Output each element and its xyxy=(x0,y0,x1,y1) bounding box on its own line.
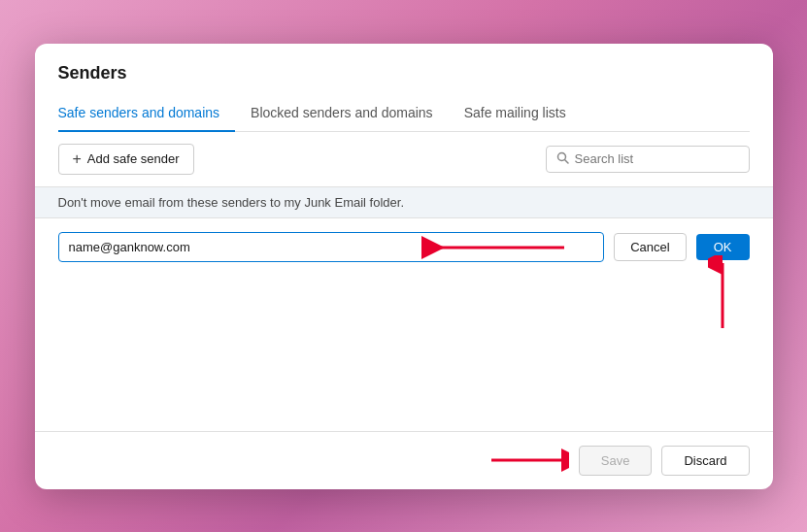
save-button-wrapper: Save xyxy=(579,446,653,476)
discard-button[interactable]: Discard xyxy=(661,446,749,476)
senders-dialog: Senders Safe senders and domains Blocked… xyxy=(35,44,773,489)
save-button[interactable]: Save xyxy=(579,446,653,476)
content-area xyxy=(35,276,773,431)
tabs-container: Safe senders and domains Blocked senders… xyxy=(58,97,750,132)
plus-icon: + xyxy=(73,150,82,168)
tab-safe-senders[interactable]: Safe senders and domains xyxy=(58,97,236,132)
search-box xyxy=(546,146,750,173)
search-input[interactable] xyxy=(575,151,739,166)
right-arrow-indicator xyxy=(491,449,569,472)
add-safe-sender-button[interactable]: + Add safe sender xyxy=(58,144,194,175)
info-bar: Don't move email from these senders to m… xyxy=(35,186,773,218)
toolbar: + Add safe sender xyxy=(35,132,773,186)
search-icon xyxy=(556,151,569,167)
ok-button-wrapper: OK xyxy=(696,234,750,260)
dialog-footer: Save Discard xyxy=(35,431,773,489)
email-entry-row: Cancel OK xyxy=(35,218,773,276)
svg-line-1 xyxy=(564,159,568,163)
cancel-button[interactable]: Cancel xyxy=(614,233,686,261)
dialog-title: Senders xyxy=(58,63,750,83)
tab-blocked-senders[interactable]: Blocked senders and domains xyxy=(235,97,449,132)
add-safe-sender-label: Add safe sender xyxy=(87,151,180,166)
ok-button[interactable]: OK xyxy=(696,234,750,260)
info-text: Don't move email from these senders to m… xyxy=(58,195,405,210)
tab-safe-mailing-lists[interactable]: Safe mailing lists xyxy=(449,97,582,132)
left-arrow-indicator xyxy=(414,236,569,259)
dialog-header: Senders Safe senders and domains Blocked… xyxy=(35,44,773,132)
